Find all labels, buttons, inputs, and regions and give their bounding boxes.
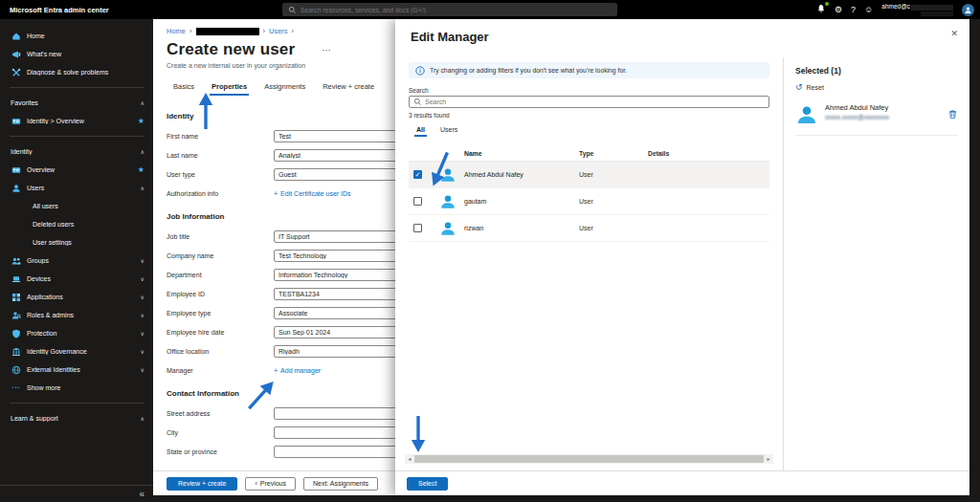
sidebar-item-overview[interactable]: Overview ★ [0, 161, 153, 179]
email-redaction [911, 5, 953, 11]
id-card-icon [11, 116, 21, 126]
selected-panel: Selected (1) ↺ Reset Ahmed Abdul Nafey x… [783, 57, 969, 470]
favorite-star-icon[interactable]: ★ [138, 117, 145, 125]
topbar: Microsoft Entra admin center ⚙ ? ☺ ahmed… [0, 0, 980, 19]
chevron-down-icon: ∨ [141, 312, 145, 318]
global-search[interactable] [282, 3, 617, 16]
account-info[interactable]: ahmed@c [881, 3, 953, 15]
user-avatar-icon [432, 193, 464, 210]
sidebar-section-favorites[interactable]: Favorites ∧ [0, 94, 153, 112]
review-create-button[interactable]: Review + create [167, 477, 237, 491]
sidebar-item-roles-admins[interactable]: Roles & admins ∨ [0, 306, 153, 324]
selected-title: Selected (1) [795, 66, 958, 76]
manager-table: Name Type Details ✓ Ahmed Abdul Nafey Us… [409, 146, 769, 242]
chevron-down-icon: ∨ [141, 275, 145, 282]
sidebar-divider [10, 136, 144, 137]
close-icon[interactable]: ✕ [950, 29, 958, 38]
tab-users[interactable]: Users [433, 123, 465, 138]
reset-button[interactable]: ↺ Reset [795, 83, 958, 92]
tab-review-create[interactable]: Review + create [314, 78, 383, 97]
search-label: Search [409, 87, 769, 94]
sidebar-item-show-more[interactable]: ⋯ Show more [0, 379, 153, 397]
column-details[interactable]: Details [648, 150, 769, 157]
sidebar-item-all-users[interactable]: All users [0, 197, 153, 215]
sidebar-item-devices[interactable]: Devices ∨ [0, 270, 153, 288]
chevron-up-icon: ∧ [141, 185, 145, 191]
avatar[interactable] [962, 4, 974, 16]
horizontal-scrollbar[interactable]: ◄ ► [405, 454, 773, 464]
sidebar-item-groups[interactable]: Groups ∨ [0, 251, 153, 270]
sidebar-item-users[interactable]: Users ∧ [0, 179, 153, 197]
collapse-sidebar-icon[interactable]: « [139, 489, 145, 499]
user-avatar-icon [432, 166, 464, 184]
sidebar-item-identity-governance[interactable]: Identity Governance ∨ [0, 342, 153, 360]
sidebar-section-identity[interactable]: Identity ∧ [0, 142, 153, 161]
sidebar-item-applications[interactable]: Applications ∨ [0, 288, 153, 306]
settings-gear-icon[interactable]: ⚙ [835, 6, 842, 14]
table-row[interactable]: gautam User [409, 188, 769, 215]
tab-all[interactable]: All [409, 123, 433, 138]
favorite-star-icon[interactable]: ★ [138, 165, 145, 174]
results-count: 3 results found [409, 112, 769, 119]
overview-icon [11, 164, 21, 175]
edit-certificate-user-ids-link[interactable]: + Edit Certificate user IDs [274, 190, 351, 197]
global-search-input[interactable] [301, 7, 612, 13]
sidebar-item-whats-new[interactable]: What's new [0, 45, 153, 63]
tenant-redaction [921, 11, 953, 16]
tab-properties[interactable]: Properties [203, 78, 256, 97]
scroll-left-icon[interactable]: ◄ [405, 456, 414, 462]
sidebar-item-deleted-users[interactable]: Deleted users [0, 215, 153, 233]
sidebar-item-external-identities[interactable]: External Identities ∨ [0, 360, 153, 379]
user-avatar-icon [432, 220, 464, 237]
add-manager-link[interactable]: + Add manager [274, 367, 321, 374]
tab-basics[interactable]: Basics [165, 78, 203, 97]
sidebar-item-identity-overview-fav[interactable]: Identity > Overview ★ [0, 112, 153, 130]
table-row[interactable]: ✓ Ahmed Abdul Nafey User [409, 162, 769, 188]
check-icon: ✓ [415, 171, 421, 179]
select-button[interactable]: Select [407, 477, 448, 491]
help-icon[interactable]: ? [851, 6, 856, 14]
next-assignments-button[interactable]: Next: Assignments [303, 477, 378, 491]
result-tabs: All Users [409, 123, 769, 138]
breadcrumb-users[interactable]: Users [269, 27, 288, 35]
sidebar-item-diagnose[interactable]: Diagnose & solve problems [0, 63, 153, 81]
scroll-right-icon[interactable]: ► [764, 456, 773, 462]
sidebar-item-user-settings[interactable]: User settings [0, 233, 153, 251]
page-title: Create new user [167, 40, 295, 59]
breadcrumb-home[interactable]: Home [167, 27, 186, 35]
previous-button[interactable]: ‹ Previous [245, 477, 296, 491]
tab-assignments[interactable]: Assignments [256, 78, 314, 97]
sidebar-item-protection[interactable]: Protection ∨ [0, 324, 153, 342]
notifications-bell-icon[interactable] [816, 4, 826, 15]
row-checkbox[interactable] [413, 224, 422, 232]
more-menu-icon[interactable]: ⋯ [322, 45, 331, 55]
user-email: ahmed@c [881, 3, 910, 10]
role-key-icon [11, 310, 21, 320]
chevron-down-icon: ∨ [141, 257, 145, 264]
app-title: Microsoft Entra admin center [0, 6, 109, 14]
sidebar-section-learn-support[interactable]: Learn & support ∧ [0, 409, 153, 427]
breadcrumb-separator: › [292, 27, 295, 35]
manager-search-input[interactable] [425, 98, 765, 105]
chevron-up-icon: ∧ [141, 148, 145, 155]
column-type[interactable]: Type [579, 150, 648, 157]
info-icon [415, 66, 425, 76]
row-checkbox-checked[interactable]: ✓ [413, 170, 422, 179]
selected-user-email-blurred: xxxxx.xxxxx@xxxxxxxx [825, 114, 941, 120]
topbar-actions: ⚙ ? ☺ ahmed@c [816, 0, 974, 19]
people-icon [11, 255, 21, 266]
plus-icon: + [274, 367, 278, 374]
sidebar-item-home[interactable]: Home [0, 27, 153, 45]
grid-icon [11, 292, 21, 302]
table-row[interactable]: rizwan User [409, 215, 769, 242]
chevron-left-icon: ‹ [255, 480, 256, 487]
scrollbar-thumb[interactable] [414, 455, 764, 463]
megaphone-icon [11, 49, 21, 59]
chevron-down-icon: ∨ [141, 294, 145, 300]
column-name[interactable]: Name [464, 150, 579, 157]
row-checkbox[interactable] [413, 197, 422, 206]
feedback-icon[interactable]: ☺ [864, 6, 873, 14]
reset-icon: ↺ [795, 83, 803, 92]
manager-search[interactable] [409, 96, 769, 108]
remove-selected-trash-icon[interactable] [947, 106, 958, 123]
